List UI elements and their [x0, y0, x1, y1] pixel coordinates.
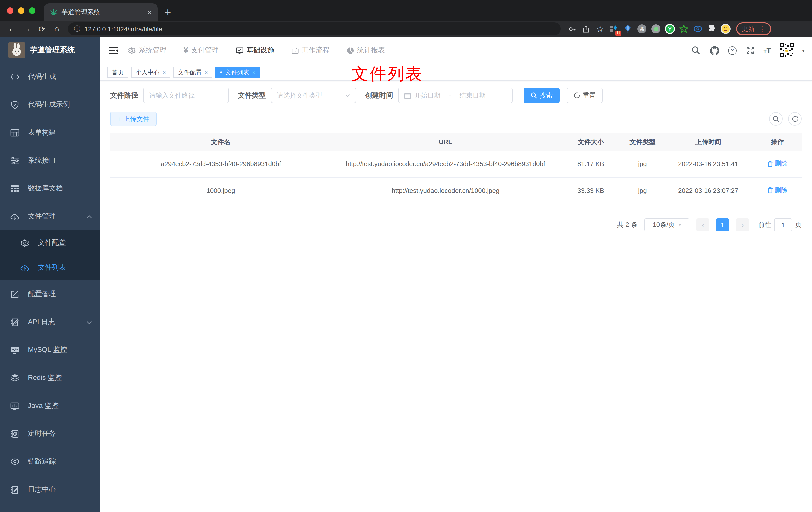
- file-type-select[interactable]: 请选择文件类型: [271, 88, 356, 103]
- tag-profile[interactable]: 个人中心×: [131, 67, 170, 78]
- browser-menu-icon[interactable]: ⋮: [759, 25, 765, 33]
- sidebar-item-redis-monitor[interactable]: Redis 监控: [0, 364, 100, 392]
- cell-actions: 删除: [753, 178, 802, 204]
- sidebar-item-code-example[interactable]: 代码生成示例: [0, 91, 100, 119]
- user-menu-caret-icon[interactable]: ▾: [802, 48, 805, 53]
- collapse-sidebar-button[interactable]: [107, 44, 120, 57]
- topnav-payment-management[interactable]: ¥ 支付管理: [183, 46, 219, 55]
- star-extension-icon[interactable]: [677, 23, 690, 35]
- sidebar-item-api-log[interactable]: API 日志: [0, 308, 100, 336]
- new-tab-button[interactable]: +: [165, 7, 171, 18]
- page-size-select[interactable]: 10条/页 ▾: [644, 218, 689, 231]
- refresh-table-button[interactable]: [788, 112, 802, 126]
- sidebar-item-file-management[interactable]: 文件管理: [0, 203, 100, 230]
- date-range-picker[interactable]: 开始日期 - 结束日期: [398, 88, 513, 103]
- close-icon[interactable]: ×: [205, 69, 208, 75]
- eye-extension-icon[interactable]: [691, 23, 704, 35]
- page-number-button[interactable]: 1: [716, 218, 729, 231]
- cell-file-name: a294ecb2-73dd-4353-bf40-296b8931d0bf: [110, 151, 331, 178]
- topnav-reports[interactable]: 统计报表: [347, 46, 385, 55]
- maximize-window-button[interactable]: [29, 7, 35, 14]
- back-button[interactable]: ←: [5, 23, 19, 35]
- browser-actions: ☆ 11 ⌘ Y 更新: [566, 23, 771, 35]
- sidebar-item-system-api[interactable]: 系统接口: [0, 147, 100, 175]
- table-header-row: 文件名 URL 文件大小 文件类型 上传时间 操作: [110, 132, 802, 151]
- extension-sidebar-icon[interactable]: 11: [608, 23, 620, 35]
- eye-icon: [10, 458, 20, 465]
- show-search-toggle-button[interactable]: [769, 112, 783, 126]
- page-content: 文件路径 请输入文件路径 文件类型 请选择文件类型 创建时间 开始日期 - 结束…: [100, 81, 812, 231]
- app-title: 芋道管理系统: [30, 45, 75, 55]
- file-path-input[interactable]: 请输入文件路径: [143, 88, 229, 103]
- recorder-extension-icon[interactable]: [649, 23, 662, 35]
- close-icon[interactable]: ×: [252, 69, 255, 75]
- sidebar-item-code-generation[interactable]: 代码生成: [0, 63, 100, 91]
- minimize-window-button[interactable]: [18, 7, 24, 14]
- chevron-down-icon: [86, 320, 92, 324]
- close-window-button[interactable]: [7, 7, 13, 14]
- extensions-puzzle-icon[interactable]: [705, 23, 718, 35]
- col-actions: 操作: [753, 132, 802, 151]
- sidebar-item-file-list[interactable]: 文件列表: [0, 255, 100, 280]
- sidebar-item-mysql-monitor[interactable]: MySQL 监控: [0, 336, 100, 364]
- cell-url: http://test.yudao.iocoder.cn/a294ecb2-73…: [331, 151, 560, 178]
- chevron-up-icon: [86, 215, 92, 218]
- sidebar-item-java-monitor[interactable]: Java 监控: [0, 392, 100, 420]
- tab-close-icon[interactable]: ×: [148, 8, 152, 16]
- url-text: 127.0.0.1:1024/infra/file/file: [84, 25, 162, 33]
- command-extension-icon[interactable]: ⌘: [635, 23, 648, 35]
- sidebar-item-scheduled-tasks[interactable]: 定时任务: [0, 420, 100, 448]
- reset-button[interactable]: 重置: [567, 88, 603, 103]
- sidebar-item-log-center[interactable]: 日志中心: [0, 476, 100, 504]
- sidebar-item-config-management[interactable]: 配置管理: [0, 280, 100, 308]
- date-separator: -: [449, 92, 451, 99]
- topnav-system-management[interactable]: 系统管理: [128, 46, 167, 55]
- topnav-infrastructure[interactable]: 基础设施: [236, 46, 274, 55]
- chevron-down-icon: [345, 94, 350, 97]
- close-icon[interactable]: ×: [163, 69, 166, 75]
- sidebar-item-tracing[interactable]: 链路追踪: [0, 448, 100, 476]
- github-icon[interactable]: [709, 45, 720, 56]
- table-toolbar: + 上传文件: [110, 112, 802, 126]
- tag-file-config[interactable]: 文件配置×: [173, 67, 212, 78]
- next-page-button[interactable]: ›: [736, 218, 749, 231]
- bookmark-star-icon[interactable]: ☆: [593, 23, 607, 35]
- kite-extension-icon[interactable]: [621, 23, 634, 35]
- goto-page-input[interactable]: [774, 218, 792, 231]
- header-actions: ? TT ▾: [690, 43, 805, 58]
- tag-home[interactable]: 首页: [107, 67, 128, 78]
- password-key-icon[interactable]: [566, 23, 579, 35]
- profile-avatar-icon[interactable]: [719, 23, 732, 35]
- home-button[interactable]: ⌂: [50, 23, 64, 35]
- browser-toolbar: ← → ⟳ ⌂ ⓘ 127.0.0.1:1024/infra/file/file…: [0, 21, 812, 37]
- sidebar-item-file-config[interactable]: 文件配置: [0, 230, 100, 255]
- yen-icon: ¥: [183, 46, 188, 55]
- help-icon[interactable]: ?: [728, 46, 736, 55]
- font-size-icon[interactable]: TT: [763, 46, 771, 55]
- cell-actions: 删除: [753, 151, 802, 178]
- goto-suffix-label: 页: [795, 220, 802, 229]
- upload-file-button[interactable]: + 上传文件: [110, 112, 156, 126]
- share-icon[interactable]: [580, 23, 592, 35]
- sidebar-item-database-doc[interactable]: 数据库文档: [0, 175, 100, 203]
- reload-button[interactable]: ⟳: [35, 23, 49, 35]
- search-button[interactable]: 搜索: [524, 88, 560, 103]
- topnav-workflow[interactable]: 工作流程: [291, 46, 330, 55]
- search-icon[interactable]: [690, 45, 701, 56]
- delete-button[interactable]: 删除: [767, 185, 788, 196]
- y-extension-icon[interactable]: Y: [663, 23, 676, 35]
- cloud-upload-icon: [21, 264, 29, 271]
- file-management-submenu: 文件配置 文件列表: [0, 230, 100, 280]
- forward-button[interactable]: →: [20, 23, 34, 35]
- delete-button[interactable]: 删除: [767, 158, 788, 169]
- qr-avatar[interactable]: [779, 43, 794, 58]
- browser-tab[interactable]: 芋道管理系统 ×: [44, 3, 157, 21]
- tag-file-list[interactable]: ●文件列表×: [215, 67, 260, 78]
- url-bar[interactable]: ⓘ 127.0.0.1:1024/infra/file/file: [68, 23, 561, 35]
- fullscreen-icon[interactable]: [745, 45, 755, 56]
- browser-update-button[interactable]: 更新 ⋮: [736, 23, 771, 35]
- site-info-icon[interactable]: ⓘ: [74, 24, 80, 33]
- monitor-bars-icon: [10, 402, 20, 410]
- sidebar-item-form-builder[interactable]: 表单构建: [0, 119, 100, 147]
- prev-page-button[interactable]: ‹: [696, 218, 709, 231]
